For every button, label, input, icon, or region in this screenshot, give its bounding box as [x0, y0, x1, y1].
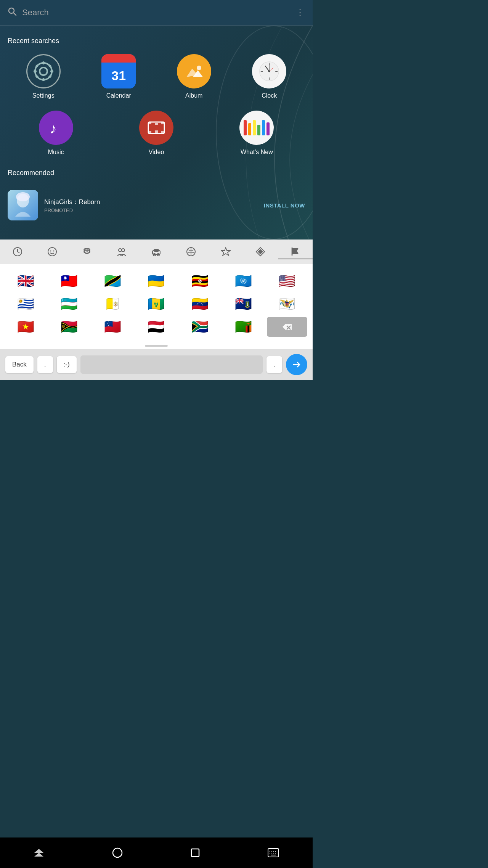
space-key[interactable] [80, 355, 263, 374]
svg-point-48 [122, 249, 125, 252]
svg-point-14 [197, 66, 201, 70]
app-item-whatsnew[interactable]: What's New [209, 111, 305, 156]
app-item-album[interactable]: Album [158, 54, 230, 99]
flag-grid: 🇬🇧 🇹🇼 🇹🇿 🇺🇦 🇺🇬 🇺🇳 🇺🇸 🇺🇾 🇺🇿 🇻🇦 🇻🇨 🇻🇪 🇻🇬 🇻… [0, 264, 313, 344]
recommended-title: Recommended [8, 169, 305, 177]
backspace-button[interactable] [267, 317, 307, 337]
flag-va[interactable]: 🇻🇦 [93, 294, 133, 314]
music-label: Music [48, 149, 64, 156]
rec-promoted: PROMOTED [44, 207, 258, 213]
flag-vc[interactable]: 🇻🇨 [136, 294, 177, 314]
search-icon [8, 7, 17, 18]
svg-point-40 [53, 251, 54, 252]
app-item-settings[interactable]: Settings [8, 54, 79, 99]
flag-vg[interactable]: 🇻🇬 [223, 294, 263, 314]
svg-point-34 [16, 192, 30, 201]
svg-marker-63 [34, 849, 43, 853]
flag-un[interactable]: 🇺🇳 [223, 271, 263, 291]
app-item-calendar[interactable]: 31 Calendar [83, 54, 155, 99]
search-input[interactable]: Search [22, 8, 296, 18]
flag-ye[interactable]: 🇾🇪 [136, 317, 177, 337]
flag-ug[interactable]: 🇺🇬 [180, 271, 220, 291]
svg-point-39 [50, 251, 51, 252]
emoji-cat-people[interactable] [104, 244, 139, 259]
flag-ve[interactable]: 🇻🇪 [180, 294, 220, 314]
svg-rect-28 [148, 131, 151, 133]
rec-info: NinjaGirls：Reborn PROMOTED [44, 198, 258, 213]
nav-back[interactable] [34, 847, 44, 858]
svg-marker-55 [221, 248, 230, 256]
whatsnew-bars [244, 120, 270, 135]
album-icon [177, 54, 211, 88]
search-bar: Search ⋮ [0, 0, 313, 26]
svg-rect-7 [50, 70, 53, 72]
music-icon: ♪ [39, 111, 73, 145]
rec-title: NinjaGirls：Reborn [44, 198, 258, 206]
flag-gb[interactable]: 🇬🇧 [5, 271, 46, 291]
recent-searches-grid-row2: ♪ Music Video [8, 111, 305, 156]
emoji-cat-objects[interactable] [209, 244, 243, 259]
flag-za[interactable]: 🇿🇦 [180, 317, 220, 337]
svg-rect-6 [34, 70, 37, 72]
recommended-item[interactable]: NinjaGirls：Reborn PROMOTED INSTALL NOW [8, 186, 305, 224]
recommended-section: Recommended [8, 169, 305, 224]
emoji-cat-sports[interactable] [174, 244, 209, 259]
emoji-cat-symbols[interactable] [243, 244, 278, 259]
emoji-cat-smileys[interactable] [35, 244, 69, 259]
nav-keyboard[interactable] [268, 848, 279, 857]
emoji-cat-flags[interactable] [278, 244, 313, 259]
nav-recents[interactable] [190, 848, 200, 858]
flag-vi[interactable]: 🇻🇮 [267, 294, 307, 314]
emoji-keyboard: 🇬🇧 🇹🇼 🇹🇿 🇺🇦 🇺🇬 🇺🇳 🇺🇸 🇺🇾 🇺🇿 🇻🇦 🇻🇨 🇻🇪 🇻🇬 🇻… [0, 240, 313, 380]
emoji-cat-nature[interactable] [69, 244, 104, 259]
svg-rect-66 [191, 849, 199, 857]
flag-uz[interactable]: 🇺🇿 [49, 294, 89, 314]
send-button[interactable] [286, 354, 307, 375]
svg-point-2 [40, 68, 47, 75]
period-key[interactable]: . [266, 356, 282, 373]
svg-rect-30 [155, 123, 158, 125]
recent-searches-grid: Settings 31 Calendar Album [8, 54, 305, 99]
emoji-cat-recent[interactable] [0, 244, 35, 259]
app-item-clock[interactable]: Clock [234, 54, 305, 99]
emoji-category-bar [0, 240, 313, 264]
calendar-icon: 31 [101, 54, 136, 88]
svg-point-65 [113, 848, 122, 857]
app-item-video[interactable]: Video [108, 111, 204, 156]
svg-text:♪: ♪ [50, 121, 57, 137]
flag-us[interactable]: 🇺🇸 [267, 271, 307, 291]
emoji-cat-transport[interactable] [139, 244, 173, 259]
flag-vu[interactable]: 🇻🇺 [49, 317, 89, 337]
clock-icon [252, 54, 286, 88]
video-icon [139, 111, 173, 145]
recent-searches-title: Recent searches [8, 37, 305, 45]
app-item-music[interactable]: ♪ Music [8, 111, 104, 156]
flag-ws[interactable]: 🇼🇸 [93, 317, 133, 337]
svg-rect-5 [42, 78, 45, 81]
comma-key[interactable]: , [37, 356, 53, 373]
flag-tw[interactable]: 🇹🇼 [49, 271, 89, 291]
flag-ua[interactable]: 🇺🇦 [136, 271, 177, 291]
calendar-day: 31 [111, 68, 126, 83]
rec-app-icon [8, 190, 38, 220]
clock-label: Clock [262, 92, 277, 99]
keyboard-bottom-bar: Back , :-) . [0, 349, 313, 380]
flag-uy[interactable]: 🇺🇾 [5, 294, 46, 314]
whatsnew-icon [239, 111, 274, 145]
svg-rect-4 [42, 61, 45, 64]
flag-vn[interactable]: 🇻🇳 [5, 317, 46, 337]
nav-home[interactable] [112, 847, 123, 858]
nav-bar [0, 837, 313, 868]
back-key[interactable]: Back [5, 356, 34, 373]
svg-marker-64 [34, 853, 43, 857]
more-icon[interactable]: ⋮ [296, 8, 305, 18]
settings-label: Settings [32, 92, 55, 99]
scroll-indicator [145, 345, 168, 347]
install-button[interactable]: INSTALL NOW [264, 202, 305, 209]
flag-zm[interactable]: 🇿🇲 [223, 317, 263, 337]
emoticon-key[interactable]: :-) [57, 356, 77, 373]
svg-rect-27 [161, 122, 164, 124]
flag-tz[interactable]: 🇹🇿 [93, 271, 133, 291]
album-label: Album [185, 92, 202, 99]
main-content: Recent searches [0, 26, 313, 240]
